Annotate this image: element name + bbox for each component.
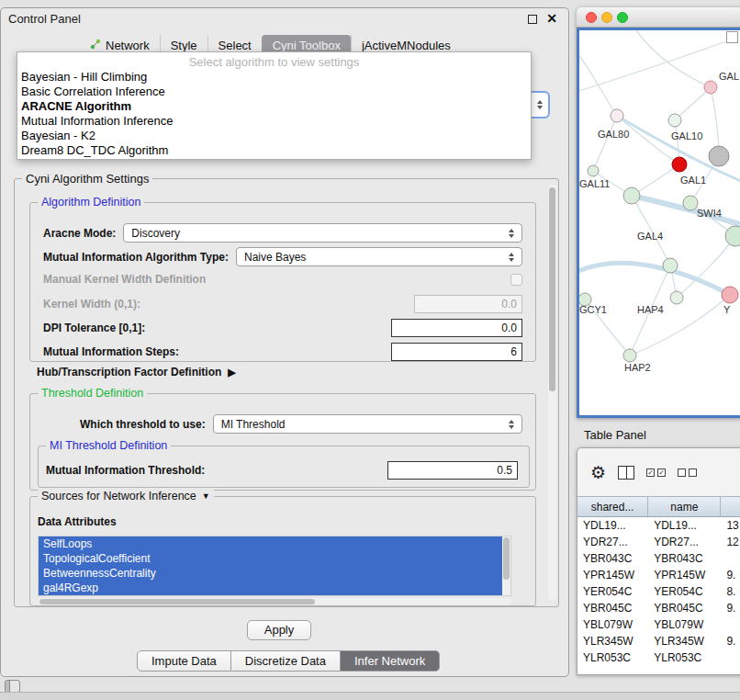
network-node[interactable] [668, 114, 681, 127]
menu-item[interactable]: Bayesian - K2 [17, 129, 531, 143]
network-node[interactable] [588, 165, 599, 176]
node-label: GAL10 [671, 130, 702, 141]
list-horizontal-scrollbar[interactable] [38, 598, 511, 605]
dpi-tolerance-row: DPI Tolerance [0,1]: 0.0 [43, 319, 522, 337]
checked-box-icon: ✓ [646, 469, 655, 477]
menu-item[interactable]: Bayesian - Hill Climbing [17, 70, 531, 85]
menu-item[interactable]: Basic Correlation Inference [17, 85, 531, 99]
table-row[interactable]: YER054C YER054C 8. [577, 583, 740, 600]
mi-algorithm-type-select[interactable]: Naive Bayes [236, 247, 522, 266]
settings-scrollbar[interactable] [548, 185, 556, 601]
column-header[interactable]: name [648, 497, 721, 516]
table-cell: YER054C [648, 583, 721, 600]
dpi-tolerance-field[interactable]: 0.0 [391, 319, 522, 337]
section-label: Sources for Network Inference [41, 490, 196, 502]
table-row[interactable]: YLR345W YLR345W 9. [577, 633, 740, 649]
kernel-width-row: Kernel Width (0,1): 0.0 [43, 295, 522, 313]
network-node[interactable] [725, 226, 740, 246]
network-node[interactable] [623, 187, 640, 204]
zoom-traffic-light[interactable] [617, 12, 628, 23]
checked-box-icon: ✓ [657, 469, 666, 477]
network-node[interactable] [672, 157, 687, 172]
menu-item-selected[interactable]: ARACNE Algorithm [17, 99, 531, 114]
aracne-mode-row: Aracne Mode: Discovery [43, 223, 522, 243]
network-node[interactable] [722, 287, 738, 303]
table-row[interactable]: YDL19... YDL19... 13 [577, 517, 740, 534]
scrollbar-thumb[interactable] [549, 187, 555, 391]
table-row[interactable]: YBL079W YBL079W [577, 616, 740, 633]
attribute-item-selected[interactable]: SelfLoops [39, 536, 502, 551]
table-row[interactable]: YBR045C YBR045C 9. [577, 600, 740, 616]
tab-discretize-data[interactable]: Discretize Data [231, 650, 341, 672]
table-row[interactable]: YDR27... YDR27... 12 [577, 534, 740, 550]
node-label: HAP2 [624, 362, 651, 373]
manual-kernel-checkbox [510, 274, 522, 286]
selected-value: MI Threshold [221, 418, 506, 431]
table-row[interactable]: YLR053C YLR053C [577, 649, 740, 666]
which-threshold-select[interactable]: MI Threshold [213, 414, 522, 434]
network-node[interactable] [663, 258, 678, 273]
attribute-item-selected[interactable]: BetweennessCentrality [39, 566, 502, 581]
show-columns-icon[interactable] [618, 466, 634, 480]
close-traffic-light[interactable] [586, 12, 597, 23]
hub-section-toggle[interactable]: Hub/Transcription Factor Definition ▶ [37, 366, 236, 378]
select-all-columns-icon[interactable]: ✓ ✓ [646, 469, 666, 477]
sources-group: Sources for Network Inference ▼ Data Att… [29, 496, 536, 606]
algorithm-combo-stepper[interactable] [532, 91, 550, 119]
sources-section-toggle[interactable]: Sources for Network Inference ▼ [38, 490, 214, 502]
unchecked-box-icon [678, 469, 686, 477]
control-panel-window: Control Panel ✕ Network Style Select Cyn… [0, 7, 569, 677]
network-node[interactable] [670, 291, 683, 304]
menu-item[interactable]: Dream8 DC_TDC Algorithm [17, 143, 531, 158]
table-row[interactable]: YBR043C YBR043C [577, 550, 740, 567]
table-cell: YBR045C [577, 600, 648, 616]
table-cell: YDL19... [648, 517, 721, 534]
menu-placeholder: Select algorithm to view settings [17, 54, 531, 70]
field-label: Aracne Mode: [43, 227, 116, 240]
node-label: HAP4 [637, 304, 664, 315]
mi-threshold-definition-group: MI Threshold Definition Mutual Informati… [38, 446, 530, 488]
aracne-mode-select[interactable]: Discovery [123, 223, 522, 243]
network-canvas[interactable]: GAL GAL80 GAL10 GAL11 GAL1 SWI4 GAL4 GCY… [577, 28, 740, 418]
network-node[interactable] [709, 146, 729, 166]
network-window-titlebar[interactable] [577, 7, 740, 28]
algorithm-definition-group: Algorithm Definition Aracne Mode: Discov… [29, 202, 536, 362]
show-panel-icon[interactable] [5, 680, 20, 693]
table-header: shared... name [577, 496, 740, 517]
deselect-all-columns-icon[interactable] [678, 469, 697, 477]
gear-icon[interactable]: ⚙ [590, 464, 606, 481]
network-node[interactable] [704, 81, 717, 94]
list-vertical-scrollbar[interactable] [502, 536, 510, 595]
tab-label: jActiveMNodules [362, 39, 451, 52]
mi-steps-field[interactable]: 6 [391, 343, 522, 361]
minimize-traffic-light[interactable] [601, 12, 612, 23]
node-label: GCY1 [579, 304, 607, 315]
status-bar [0, 692, 740, 700]
attribute-item-selected[interactable]: TopologicalCoefficient [39, 551, 502, 566]
network-node[interactable] [623, 349, 636, 362]
network-node[interactable] [611, 109, 623, 122]
tab-infer-network[interactable]: Infer Network [341, 650, 440, 672]
group-title: MI Threshold Definition [46, 439, 171, 452]
tab-impute-data[interactable]: Impute Data [137, 650, 231, 672]
node-label: GAL [719, 71, 739, 82]
table-cell [721, 649, 740, 666]
column-header[interactable]: shared... [577, 497, 648, 516]
menu-item[interactable]: Mutual Information Inference [17, 114, 531, 129]
combo-arrows-icon [506, 253, 517, 262]
close-icon[interactable]: ✕ [546, 11, 557, 26]
mi-threshold-field[interactable]: 0.5 [387, 461, 518, 480]
apply-button[interactable]: Apply [247, 620, 311, 640]
network-node[interactable] [683, 196, 698, 210]
attribute-list: SelfLoops TopologicalCoefficient Between… [38, 536, 511, 596]
node-label: GAL1 [680, 175, 706, 186]
table-cell: 13 [721, 517, 740, 534]
table-row[interactable]: YPR145W YPR145W 9. [577, 567, 740, 583]
attribute-item-selected[interactable]: gal4RGexp [39, 581, 502, 595]
float-panel-icon[interactable] [528, 15, 537, 24]
table-cell: 9. [721, 567, 740, 583]
table-cell: YBR043C [577, 550, 648, 567]
mi-type-row: Mutual Information Algorithm Type: Naive… [43, 247, 522, 266]
column-header[interactable] [721, 497, 740, 516]
group-title: Cyni Algorithm Settings [22, 172, 152, 186]
